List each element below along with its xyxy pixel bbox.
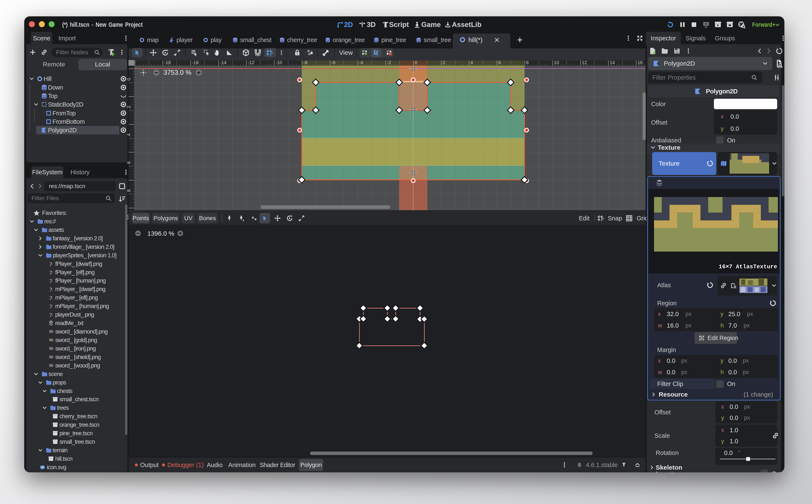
- svg-text:DOC: DOC: [778, 66, 783, 68]
